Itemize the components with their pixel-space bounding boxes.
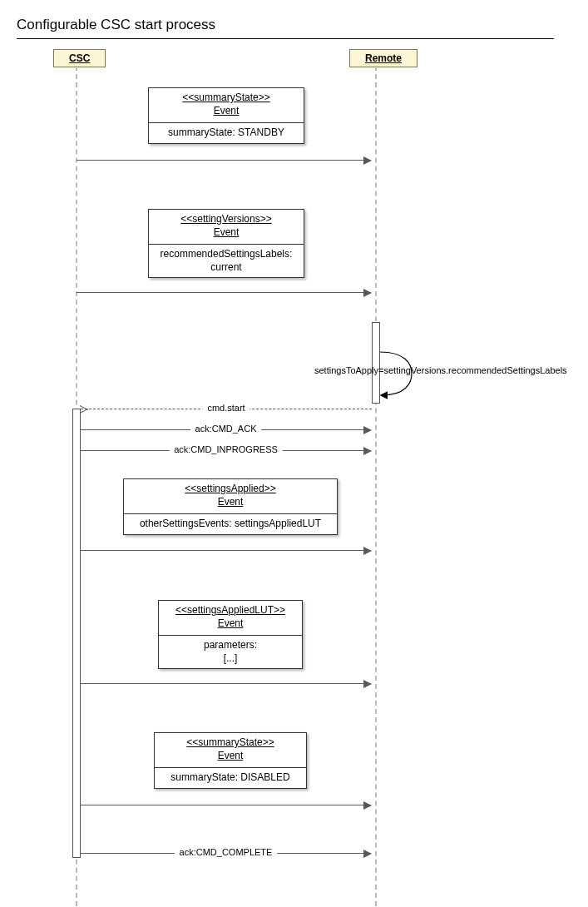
event-body-line1: parameters: — [204, 639, 257, 651]
event-summarystate-standby: <<summaryState>> Event summaryState: STA… — [148, 87, 304, 144]
participant-remote: Remote — [349, 49, 418, 67]
arrow-ack-inprogress: ack:CMD_INPROGRESS — [81, 450, 371, 451]
arrow-cmd-start: cmd.start — [81, 409, 372, 409]
event-body: summaryState: DISABLED — [155, 768, 306, 788]
arrow-settingversions — [77, 292, 371, 293]
stereotype-label: <<settingVersions>> — [180, 213, 271, 225]
stereotype-label: <<settingsAppliedLUT>> — [175, 604, 285, 616]
event-body: otherSettingsEvents: settingsAppliedLUT — [124, 514, 337, 534]
event-name: Event — [214, 226, 240, 238]
event-summarystate-disabled: <<summaryState>> Event summaryState: DIS… — [154, 732, 307, 789]
title-underline — [17, 38, 554, 39]
event-settingsappliedlut: <<settingsAppliedLUT>> Event parameters:… — [158, 600, 303, 669]
event-body-line2: current — [210, 261, 241, 273]
event-name: Event — [214, 105, 240, 116]
activation-remote-self — [372, 322, 380, 404]
stereotype-label: <<summaryState>> — [182, 92, 269, 103]
arrow-label: cmd.start — [202, 403, 250, 413]
diagram-title: Configurable CSC start process — [17, 17, 588, 33]
event-body-line1: recommendedSettingsLabels: — [161, 248, 293, 260]
event-name: Event — [218, 496, 244, 508]
arrow-label: ack:CMD_ACK — [190, 424, 262, 434]
arrow-summary-standby — [77, 160, 371, 161]
lifeline-remote — [375, 66, 377, 907]
participant-csc: CSC — [53, 49, 106, 67]
activation-csc — [72, 409, 81, 858]
arrow-ack-cmdack: ack:CMD_ACK — [81, 429, 371, 430]
event-settingversions: <<settingVersions>> Event recommendedSet… — [148, 209, 304, 278]
event-name: Event — [218, 617, 244, 629]
stereotype-label: <<settingsApplied>> — [185, 483, 275, 494]
event-name: Event — [218, 750, 244, 761]
self-message-label: settingsToApply=settingVersions.recommen… — [314, 365, 567, 375]
event-body: summaryState: STANDBY — [149, 123, 304, 143]
arrow-settingsapplied — [81, 550, 371, 551]
sequence-diagram: CSC Remote <<summaryState>> Event summar… — [17, 49, 582, 907]
arrow-label: ack:CMD_INPROGRESS — [169, 444, 283, 454]
arrow-settingsappliedlut — [81, 683, 371, 684]
stereotype-label: <<summaryState>> — [186, 736, 274, 748]
event-body-line2: [...] — [224, 652, 238, 664]
event-settingsapplied: <<settingsApplied>> Event otherSettingsE… — [123, 478, 338, 535]
arrow-summary-disabled — [81, 805, 371, 805]
arrow-label: ack:CMD_COMPLETE — [175, 847, 278, 857]
arrow-ack-complete: ack:CMD_COMPLETE — [81, 853, 371, 854]
